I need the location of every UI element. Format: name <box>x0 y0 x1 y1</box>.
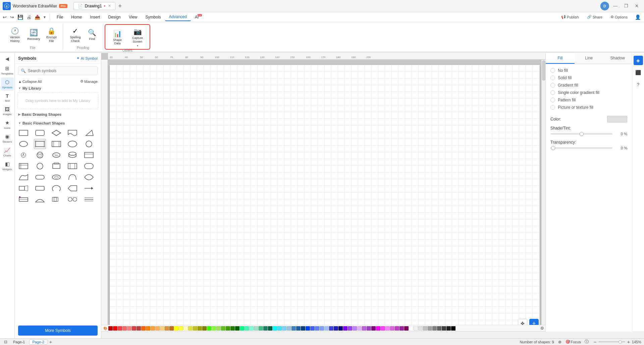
shape-item[interactable] <box>17 161 30 171</box>
color-swatch[interactable] <box>320 326 324 331</box>
color-swatch[interactable] <box>268 326 272 331</box>
spelling-check-button[interactable]: ✓ SpellingCheck <box>67 26 84 44</box>
color-swatch[interactable] <box>146 326 150 331</box>
zoom-slider-thumb[interactable] <box>619 340 622 344</box>
shape-item[interactable] <box>34 161 46 171</box>
color-swatch[interactable] <box>193 326 197 331</box>
color-swatch[interactable] <box>169 326 174 331</box>
shape-item[interactable] <box>66 172 78 182</box>
color-swatch[interactable] <box>207 326 211 331</box>
color-swatch[interactable] <box>315 326 319 331</box>
shape-item[interactable] <box>83 128 95 138</box>
color-swatch[interactable] <box>390 326 394 331</box>
shape-item[interactable] <box>83 161 95 171</box>
shape-item[interactable] <box>17 150 30 160</box>
color-swatch[interactable] <box>291 326 296 331</box>
export-button[interactable]: 📤 <box>33 14 42 20</box>
color-swatch[interactable] <box>334 326 338 331</box>
shape-data-button[interactable]: 📊 ShapeData <box>109 28 126 47</box>
color-swatch[interactable] <box>108 326 113 331</box>
recovery-button[interactable]: 🔄 Recovery <box>25 27 42 42</box>
shape-item[interactable] <box>34 183 46 193</box>
sidebar-item-images[interactable]: 🖼 Images <box>1 105 14 117</box>
color-swatch[interactable] <box>198 326 202 331</box>
shape-item[interactable] <box>66 161 78 171</box>
color-swatch[interactable] <box>381 326 385 331</box>
shape-item[interactable] <box>50 161 62 171</box>
user-avatar[interactable]: D <box>600 2 609 10</box>
options-button[interactable]: ⚙ Options <box>608 14 630 20</box>
menu-ai[interactable]: AI hot <box>191 13 203 21</box>
color-swatch[interactable] <box>371 326 376 331</box>
color-swatch[interactable] <box>259 326 263 331</box>
tab-fill[interactable]: Fill <box>546 53 575 64</box>
color-swatch[interactable] <box>141 326 146 331</box>
color-swatch[interactable] <box>367 326 371 331</box>
color-swatch[interactable] <box>174 326 178 331</box>
shape-item[interactable] <box>66 139 78 149</box>
restore-button[interactable]: ❐ <box>622 2 631 9</box>
shape-item[interactable] <box>66 128 78 138</box>
shade-slider-thumb[interactable] <box>580 132 584 136</box>
color-swatch[interactable] <box>296 326 301 331</box>
share-button[interactable]: 🔗 Share <box>584 14 605 20</box>
color-swatch[interactable] <box>282 326 286 331</box>
color-swatch[interactable] <box>221 326 225 331</box>
sidebar-item-icons[interactable]: ★ Icons <box>1 118 14 131</box>
fill-option-solid[interactable]: Solid fill <box>549 74 629 82</box>
shape-item[interactable] <box>83 139 95 149</box>
color-swatch[interactable] <box>353 326 357 331</box>
add-page-button[interactable]: + <box>49 340 53 344</box>
color-swatch[interactable] <box>230 326 235 331</box>
minimize-button[interactable]: — <box>610 2 620 9</box>
help-icon-btn[interactable]: ? <box>634 80 643 89</box>
color-swatch[interactable] <box>165 326 169 331</box>
info-icon[interactable]: ⓘ <box>585 339 589 345</box>
basic-drawing-header[interactable]: ▶ Basic Drawing Shapes <box>16 111 100 118</box>
menu-design[interactable]: Design <box>104 13 124 21</box>
shape-item[interactable] <box>83 150 95 160</box>
transparency-slider-thumb[interactable] <box>551 146 555 150</box>
color-swatch[interactable] <box>245 326 249 331</box>
zoom-slider-track[interactable] <box>598 341 625 342</box>
sidebar-item-templates[interactable]: ⊞ Templates <box>1 64 14 77</box>
color-swatch[interactable] <box>607 116 627 122</box>
shape-item[interactable] <box>66 194 78 204</box>
color-swatch[interactable] <box>179 326 183 331</box>
color-tool-icon[interactable]: 🎨 <box>103 326 108 331</box>
color-swatch[interactable] <box>348 326 352 331</box>
color-swatch[interactable] <box>338 326 343 331</box>
color-swatch[interactable] <box>428 326 432 331</box>
find-button[interactable]: 🔍 Find <box>86 27 99 42</box>
focus-label[interactable]: 🎯 Focus <box>566 340 581 344</box>
color-swatch[interactable] <box>273 326 277 331</box>
fill-option-pattern[interactable]: Pattern fill <box>549 96 629 104</box>
capture-screen-button[interactable]: 📷 CaptureScreen ▾ <box>129 26 146 49</box>
color-swatch[interactable] <box>113 326 117 331</box>
shape-item[interactable] <box>50 183 62 193</box>
color-swatch[interactable] <box>287 326 291 331</box>
canvas-scrollbar-v[interactable] <box>541 60 545 332</box>
color-swatch[interactable] <box>437 326 441 331</box>
ai-symbol-button[interactable]: ✦ AI Symbol <box>76 56 98 60</box>
menu-file[interactable]: File <box>53 13 67 21</box>
color-swatch[interactable] <box>277 326 282 331</box>
color-swatch[interactable] <box>301 326 305 331</box>
color-swatch[interactable] <box>399 326 404 331</box>
color-swatch[interactable] <box>446 326 451 331</box>
more-quick-btn[interactable]: ▾ <box>42 14 47 20</box>
fill-option-single-gradient[interactable]: Single color gradient fill <box>549 89 629 96</box>
sidebar-item-text[interactable]: T Text <box>1 91 14 104</box>
menu-advanced[interactable]: Advanced <box>165 13 191 21</box>
shape-item[interactable] <box>50 139 62 149</box>
color-swatch[interactable] <box>423 326 427 331</box>
basic-flowchart-header[interactable]: ▼ Basic Flowchart Shapes <box>16 120 100 127</box>
color-swatch[interactable] <box>414 326 418 331</box>
my-library-header[interactable]: ▼ My Library <box>16 85 100 92</box>
menu-home[interactable]: Home <box>67 13 86 21</box>
color-swatch[interactable] <box>127 326 131 331</box>
color-swatch[interactable] <box>151 326 155 331</box>
shape-item[interactable] <box>17 172 30 182</box>
collapse-all-button[interactable]: ▲ Collapse All <box>18 80 42 84</box>
color-swatch[interactable] <box>451 326 455 331</box>
